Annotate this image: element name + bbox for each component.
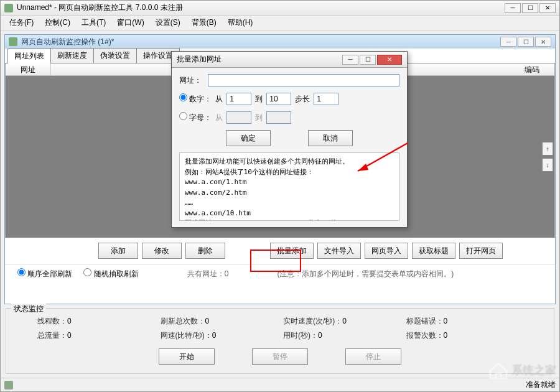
ok-button[interactable]: 确定 — [226, 130, 271, 146]
traffic-value: 0 — [67, 331, 72, 340]
mdi-close-button[interactable]: ✕ — [535, 37, 551, 47]
pause-button: 暂停 — [252, 348, 308, 365]
mdi-title-text: 网页自动刷新监控操作 (1#)* — [21, 37, 114, 47]
speed-label: 实时速度(次/秒)： — [283, 317, 342, 325]
url-input[interactable] — [208, 74, 399, 86]
open-page-button[interactable]: 打开网页 — [459, 243, 503, 259]
watermark: 系统之家 — [488, 361, 556, 380]
ready-text: 准备就绪 — [526, 380, 556, 390]
status-group: 状态监控 线程数：0 刷新总次数：0 实时速度(次/秒)：0 标题错误：0 总流… — [6, 308, 554, 374]
menu-settings[interactable]: 设置(S) — [151, 16, 185, 29]
to-label: 到 — [255, 94, 263, 105]
alpha-to-label: 到 — [255, 113, 263, 123]
step-label: 步长 — [295, 94, 310, 105]
alpha-radio[interactable]: 字母： — [179, 112, 212, 123]
col-url[interactable]: 网址 — [6, 63, 51, 75]
menu-help[interactable]: 帮助(H) — [223, 16, 258, 29]
url-buttons-row: 添加 修改 删除 批量添加 文件导入 网页导入 获取标题 打开网页 — [5, 238, 555, 264]
add-button[interactable]: 添加 — [98, 243, 138, 259]
mdi-minimize-button[interactable]: ─ — [500, 37, 516, 47]
speed-value: 0 — [342, 317, 347, 325]
cancel-button[interactable]: 取消 — [308, 130, 353, 146]
seq-refresh-radio[interactable]: 顺序全部刷新 — [17, 268, 72, 279]
file-import-button[interactable]: 文件导入 — [317, 243, 361, 259]
total-url-value: 0 — [225, 269, 229, 278]
get-title-button[interactable]: 获取标题 — [412, 243, 455, 259]
title-err-label: 标题错误： — [406, 317, 444, 325]
move-up-button[interactable]: ↑ — [542, 142, 553, 156]
dialog-close-button[interactable]: ✕ — [377, 55, 402, 65]
dialog-titlebar[interactable]: 批量添加网址 ─ ☐ ✕ — [172, 52, 407, 68]
total-url-label: 共有网址： — [187, 269, 225, 278]
alarm-value: 0 — [444, 331, 448, 340]
edit-button[interactable]: 修改 — [142, 243, 182, 259]
status-legend: 状态监控 — [11, 304, 46, 314]
threads-value: 0 — [67, 317, 72, 325]
move-down-button[interactable]: ↓ — [542, 158, 553, 172]
tab-disguise[interactable]: 伪装设置 — [93, 48, 137, 63]
net-value: 0 — [212, 331, 217, 340]
main-minimize-button[interactable]: ─ — [505, 3, 521, 13]
rand-refresh-radio[interactable]: 随机抽取刷新 — [83, 268, 138, 279]
traffic-label: 总流量： — [37, 331, 67, 340]
step-input[interactable] — [314, 93, 338, 105]
note-text: (注意：添加多个网址时，需要提交表单或内容相同。) — [277, 269, 454, 279]
time-label: 用时(秒)： — [283, 331, 318, 340]
alpha-from-input — [226, 111, 251, 124]
tab-url-list[interactable]: 网址列表 — [7, 49, 51, 63]
options-row: 顺序全部刷新 随机抽取刷新 共有网址：0 (注意：添加多个网址时，需要提交表单或… — [5, 264, 555, 286]
main-close-button[interactable]: ✕ — [539, 3, 556, 13]
menu-task[interactable]: 任务(F) — [4, 16, 39, 29]
col-encoding[interactable]: 编码 — [510, 63, 554, 75]
web-import-button[interactable]: 网页导入 — [365, 243, 408, 259]
stop-button: 停止 — [345, 348, 401, 365]
house-icon — [488, 361, 509, 380]
delete-button[interactable]: 删除 — [185, 243, 225, 259]
menu-window[interactable]: 窗口(W) — [112, 16, 149, 29]
time-value: 0 — [318, 331, 322, 340]
mdi-icon — [9, 37, 17, 46]
batch-add-dialog: 批量添加网址 ─ ☐ ✕ 网址： 数字： 从 到 步长 字母： 从 到 — [171, 51, 408, 228]
url-label: 网址： — [179, 75, 204, 86]
app-icon — [4, 4, 13, 12]
menu-background[interactable]: 背景(B) — [187, 16, 222, 29]
alarm-label: 报警次数： — [406, 331, 444, 340]
main-maximize-button[interactable]: ☐ — [522, 3, 538, 13]
help-text[interactable]: 批量添加网址功能可以快速创建多个共同特征的网址。 例如：网站A提供了10个这样的… — [179, 152, 399, 221]
menu-control[interactable]: 控制(C) — [40, 16, 75, 29]
mdi-maximize-button[interactable]: ☐ — [518, 37, 534, 47]
number-radio[interactable]: 数字： — [179, 93, 212, 105]
main-titlebar: Unnamed* - 网页自动刷新监控工具 7.0.0.0 未注册 ─ ☐ ✕ — [1, 1, 559, 16]
title-err-value: 0 — [444, 317, 448, 325]
from-input[interactable] — [226, 93, 251, 105]
refresh-total-value: 0 — [205, 317, 210, 325]
menubar: 任务(F) 控制(C) 工具(T) 窗口(W) 设置(S) 背景(B) 帮助(H… — [1, 16, 559, 30]
net-label: 网速(比特/秒)： — [161, 331, 212, 340]
dialog-title-text: 批量添加网址 — [177, 54, 222, 65]
tab-refresh-speed[interactable]: 刷新速度 — [50, 48, 94, 63]
menu-tools[interactable]: 工具(T) — [77, 16, 111, 29]
refresh-total-label: 刷新总次数： — [161, 317, 205, 325]
batch-add-button[interactable]: 批量添加 — [270, 243, 314, 259]
edit-icon — [4, 381, 13, 390]
mdi-titlebar: 网页自动刷新监控操作 (1#)* ─ ☐ ✕ — [5, 35, 555, 49]
status-bar: 准备就绪 — [1, 378, 559, 391]
dialog-maximize-button[interactable]: ☐ — [360, 55, 376, 65]
from-label: 从 — [215, 94, 223, 105]
alpha-to-input — [266, 111, 291, 124]
dialog-minimize-button[interactable]: ─ — [342, 55, 358, 65]
alpha-from-label: 从 — [215, 113, 223, 123]
start-button[interactable]: 开始 — [159, 348, 215, 365]
to-input[interactable] — [266, 93, 291, 105]
main-title-text: Unnamed* - 网页自动刷新监控工具 7.0.0.0 未注册 — [17, 2, 183, 13]
threads-label: 线程数： — [37, 317, 67, 325]
